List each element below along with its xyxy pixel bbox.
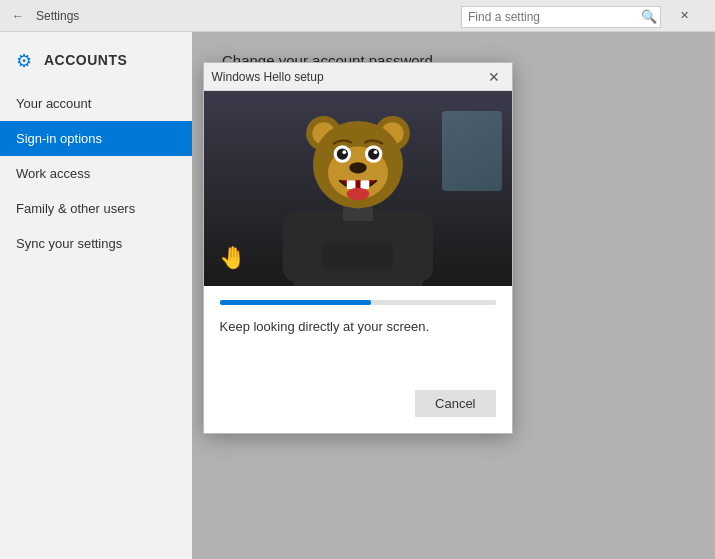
dialog-close-button[interactable]: ✕: [484, 67, 504, 87]
bear-mascot: [295, 99, 420, 224]
family-other-label: Family & other users: [16, 201, 135, 216]
main-layout: ⚙ ACCOUNTS Your account Sign-in options …: [0, 32, 715, 559]
svg-rect-20: [360, 180, 369, 189]
hello-dialog: Windows Hello setup ✕: [203, 62, 513, 434]
svg-point-21: [346, 188, 369, 201]
back-button[interactable]: ←: [8, 6, 28, 26]
nav-controls: ←: [8, 6, 28, 26]
svg-point-18: [349, 162, 367, 173]
svg-point-17: [373, 150, 377, 154]
progress-text: Keep looking directly at your screen.: [220, 319, 496, 334]
svg-point-16: [342, 150, 346, 154]
progress-section: Keep looking directly at your screen.: [204, 286, 512, 382]
sidebar-item-sync-settings[interactable]: Sync your settings: [0, 226, 192, 261]
progress-bar-fill: [220, 300, 372, 305]
content-area: Change your account password unlock the …: [192, 32, 715, 559]
search-bar: 🔍: [461, 6, 661, 28]
svg-rect-19: [346, 180, 355, 189]
dialog-titlebar: Windows Hello setup ✕: [204, 63, 512, 91]
dialog-title: Windows Hello setup: [212, 70, 324, 84]
dialog-cancel-button[interactable]: Cancel: [415, 390, 495, 417]
svg-point-14: [336, 148, 347, 159]
dialog-overlay: Windows Hello setup ✕: [192, 32, 715, 559]
sidebar: ⚙ ACCOUNTS Your account Sign-in options …: [0, 32, 192, 559]
room-background: [442, 111, 502, 191]
progress-bar-container: [220, 300, 496, 305]
sidebar-item-work-access[interactable]: Work access: [0, 156, 192, 191]
svg-rect-3: [323, 241, 393, 271]
sidebar-item-sign-in-options[interactable]: Sign-in options: [0, 121, 192, 156]
your-account-label: Your account: [16, 96, 91, 111]
camera-view: 🤚: [204, 91, 512, 286]
sync-settings-label: Sync your settings: [16, 236, 122, 251]
search-icon: 🔍: [641, 9, 657, 24]
sign-in-options-label: Sign-in options: [16, 131, 102, 146]
sidebar-item-family-other[interactable]: Family & other users: [0, 191, 192, 226]
work-access-label: Work access: [16, 166, 90, 181]
svg-point-15: [368, 148, 379, 159]
title-bar-left: ← Settings: [8, 6, 79, 26]
gear-icon: ⚙: [16, 50, 36, 70]
hand-icon: 🤚: [219, 245, 246, 271]
sidebar-header: ⚙ ACCOUNTS: [0, 42, 192, 86]
window-title: Settings: [36, 9, 79, 23]
dialog-footer: Cancel: [204, 382, 512, 433]
search-input[interactable]: [461, 6, 661, 28]
title-bar: ← Settings 🔍 ─ □ ✕: [0, 0, 715, 32]
sidebar-item-your-account[interactable]: Your account: [0, 86, 192, 121]
sidebar-title: ACCOUNTS: [44, 52, 127, 68]
close-button[interactable]: ✕: [661, 0, 707, 32]
